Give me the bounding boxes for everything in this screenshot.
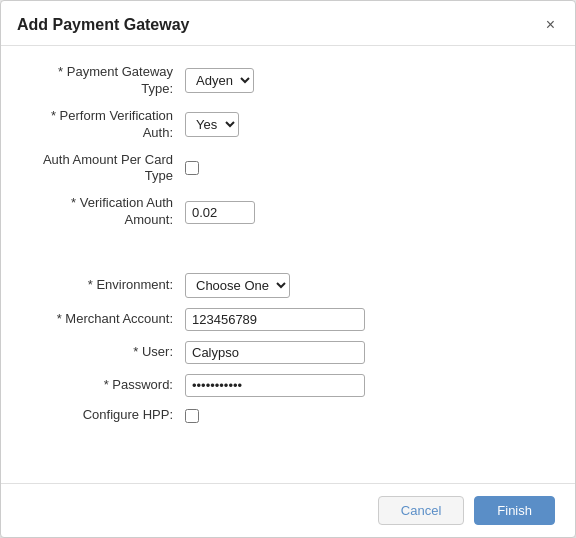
configure-hpp-checkbox[interactable] [185, 409, 199, 423]
dialog-footer: Cancel Finish [1, 483, 575, 537]
password-label: * Password: [25, 377, 185, 394]
add-payment-gateway-dialog: Add Payment Gateway × * Payment Gateway … [0, 0, 576, 538]
dialog-body: * Payment Gateway Type: Adyen * Perform … [1, 46, 575, 483]
close-button[interactable]: × [542, 15, 559, 35]
perform-verification-label: * Perform Verification Auth: [25, 108, 185, 142]
password-input[interactable] [185, 374, 365, 397]
user-input[interactable] [185, 341, 365, 364]
merchant-account-row: * Merchant Account: [25, 308, 551, 331]
configure-hpp-label: Configure HPP: [25, 407, 185, 424]
verification-auth-amount-row: * Verification Auth Amount: [25, 195, 551, 229]
dialog-header: Add Payment Gateway × [1, 1, 575, 46]
merchant-account-input[interactable] [185, 308, 365, 331]
verification-auth-amount-label: * Verification Auth Amount: [25, 195, 185, 229]
payment-gateway-type-label: * Payment Gateway Type: [25, 64, 185, 98]
finish-button[interactable]: Finish [474, 496, 555, 525]
environment-section: * Environment: Choose One Production San… [25, 273, 551, 424]
section-divider [25, 249, 551, 273]
auth-amount-per-card-row: Auth Amount Per Card Type [25, 152, 551, 186]
auth-amount-per-card-checkbox[interactable] [185, 161, 199, 175]
auth-amount-per-card-label: Auth Amount Per Card Type [25, 152, 185, 186]
payment-gateway-type-select[interactable]: Adyen [185, 68, 254, 93]
perform-verification-row: * Perform Verification Auth: Yes No [25, 108, 551, 142]
cancel-button[interactable]: Cancel [378, 496, 464, 525]
gateway-type-section: * Payment Gateway Type: Adyen * Perform … [25, 64, 551, 229]
verification-auth-amount-input[interactable] [185, 201, 255, 224]
environment-row: * Environment: Choose One Production San… [25, 273, 551, 298]
payment-gateway-type-row: * Payment Gateway Type: Adyen [25, 64, 551, 98]
user-row: * User: [25, 341, 551, 364]
user-label: * User: [25, 344, 185, 361]
password-row: * Password: [25, 374, 551, 397]
dialog-title: Add Payment Gateway [17, 16, 190, 34]
environment-label: * Environment: [25, 277, 185, 294]
configure-hpp-row: Configure HPP: [25, 407, 551, 424]
perform-verification-select[interactable]: Yes No [185, 112, 239, 137]
environment-select[interactable]: Choose One Production Sandbox [185, 273, 290, 298]
merchant-account-label: * Merchant Account: [25, 311, 185, 328]
